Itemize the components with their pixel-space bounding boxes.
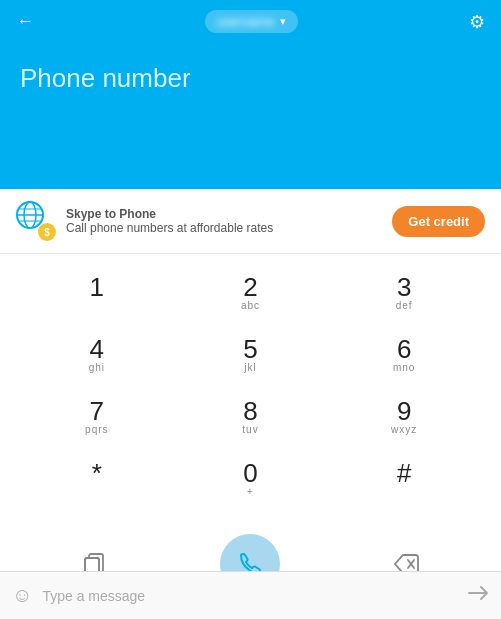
send-button[interactable] [467, 582, 489, 609]
white-panel: $ Skype to Phone Call phone numbers at a… [0, 189, 501, 619]
message-bar: ☺ Type a message [0, 571, 501, 619]
dial-key-0[interactable]: 0 + [215, 450, 285, 508]
chevron-down-icon: ▾ [280, 15, 286, 28]
skype-phone-icon: $ [16, 201, 56, 241]
dialpad: 1 2 abc 3 def 4 ghi 5 [0, 254, 501, 522]
banner-title: Skype to Phone [66, 207, 392, 221]
account-selector[interactable]: username ▾ [205, 10, 299, 33]
account-name: username [217, 14, 275, 29]
message-input-placeholder[interactable]: Type a message [42, 588, 457, 604]
dial-key-1[interactable]: 1 [62, 264, 132, 322]
dial-key-3[interactable]: 3 def [369, 264, 439, 322]
top-bar: ← username ▾ ⚙ [0, 0, 501, 43]
dial-key-4[interactable]: 4 ghi [62, 326, 132, 384]
banner-text: Skype to Phone Call phone numbers at aff… [66, 207, 392, 235]
dial-key-6[interactable]: 6 mno [369, 326, 439, 384]
dialpad-row-2: 4 ghi 5 jkl 6 mno [20, 326, 481, 384]
dial-key-2[interactable]: 2 abc [215, 264, 285, 322]
header-area: ← username ▾ ⚙ Phone number [0, 0, 501, 200]
settings-button[interactable]: ⚙ [469, 11, 485, 33]
get-credit-button[interactable]: Get credit [392, 206, 485, 237]
dial-key-5[interactable]: 5 jkl [215, 326, 285, 384]
back-button[interactable]: ← [16, 11, 34, 32]
dialpad-row-1: 1 2 abc 3 def [20, 264, 481, 322]
dial-key-hash[interactable]: # [369, 450, 439, 508]
skype-banner: $ Skype to Phone Call phone numbers at a… [0, 189, 501, 254]
dialpad-row-4: * 0 + # [20, 450, 481, 508]
page-title: Phone number [0, 43, 501, 104]
dialpad-row-3: 7 pqrs 8 tuv 9 wxyz [20, 388, 481, 446]
banner-subtitle: Call phone numbers at affordable rates [66, 221, 392, 235]
dial-key-9[interactable]: 9 wxyz [369, 388, 439, 446]
dial-key-7[interactable]: 7 pqrs [62, 388, 132, 446]
dial-key-8[interactable]: 8 tuv [215, 388, 285, 446]
dial-key-star[interactable]: * [62, 450, 132, 508]
coin-badge: $ [38, 223, 56, 241]
emoji-button[interactable]: ☺ [12, 584, 32, 607]
app-container: ← username ▾ ⚙ Phone number $ [0, 0, 501, 619]
